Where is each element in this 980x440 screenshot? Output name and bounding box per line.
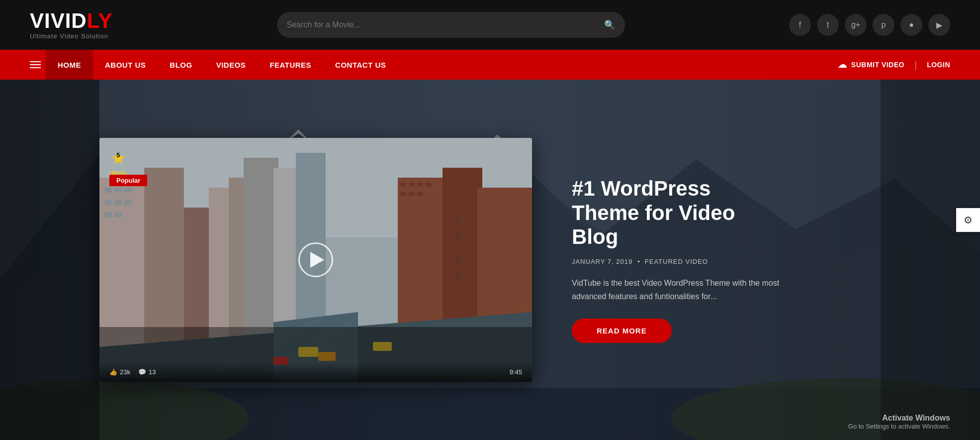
comments-stat: 💬 13 — [138, 368, 156, 376]
hamburger-menu[interactable] — [30, 61, 41, 68]
login-button[interactable]: LOGIN — [927, 61, 950, 69]
cloud-upload-icon: ☁ — [838, 59, 847, 70]
article-info: #1 WordPress Theme for Video Blog JANUAR… — [572, 177, 781, 342]
like-icon: 👍 — [109, 368, 117, 376]
popular-badge: Popular — [109, 175, 147, 186]
imdb-rating: 5 — [117, 152, 120, 159]
submit-video-label: SUBMIT VIDEO — [851, 61, 904, 69]
nav-item-contact[interactable]: CONTACT US — [323, 50, 398, 80]
gear-icon: ⚙ — [964, 214, 973, 226]
nav-bar: HOME ABOUT US BLOG VIDEOS FEATURES CONTA… — [0, 50, 980, 80]
nav-item-blog[interactable]: BLOG — [158, 50, 204, 80]
nav-link-blog[interactable]: BLOG — [158, 50, 204, 80]
instagram-icon[interactable]: ● — [900, 14, 922, 36]
facebook-icon[interactable]: f — [789, 14, 811, 36]
google-plus-icon[interactable]: g+ — [845, 14, 867, 36]
activate-windows-subtitle: Go to Settings to activate Windows. — [848, 423, 950, 430]
likes-stat: 👍 23k — [109, 368, 130, 376]
nav-divider: | — [914, 59, 917, 71]
nav-link-features[interactable]: FEATURES — [258, 50, 323, 80]
hero-section: ★ 5 IMDb Popular 👍 23k 💬 — [0, 80, 980, 440]
imdb-badge: ★ 5 IMDb — [109, 148, 127, 177]
read-more-button[interactable]: READ MORE — [572, 319, 672, 343]
play-triangle-icon — [310, 252, 324, 268]
play-button[interactable] — [298, 242, 333, 277]
article-title: #1 WordPress Theme for Video Blog — [572, 177, 781, 249]
youtube-icon[interactable]: ▶ — [928, 14, 950, 36]
nav-item-home[interactable]: HOME — [46, 50, 93, 80]
submit-video-button[interactable]: ☁ SUBMIT VIDEO — [838, 59, 904, 70]
nav-item-about[interactable]: ABOUT US — [93, 50, 158, 80]
article-meta: JANUARY 7, 2019 • FEATURED VIDEO — [572, 258, 781, 265]
logo-tagline: Ultimate Video Solution — [30, 32, 113, 40]
video-duration: 9:45 — [510, 368, 522, 376]
article-date: JANUARY 7, 2019 — [572, 258, 632, 265]
nav-link-contact[interactable]: CONTACT US — [323, 50, 398, 80]
nav-item-videos[interactable]: VIDEOS — [204, 50, 258, 80]
nav-link-home[interactable]: HOME — [46, 50, 93, 80]
article-tag: FEATURED VIDEO — [645, 258, 708, 265]
logo-ly: LY — [87, 9, 113, 32]
activate-windows-title: Activate Windows — [848, 414, 950, 423]
nav-link-about[interactable]: ABOUT US — [93, 50, 158, 80]
twitter-icon[interactable]: t — [817, 14, 839, 36]
article-description: VidTube is the best Video WordPress Them… — [572, 276, 781, 303]
nav-items: HOME ABOUT US BLOG VIDEOS FEATURES CONTA… — [46, 50, 398, 80]
nav-right: ☁ SUBMIT VIDEO | LOGIN — [838, 59, 950, 71]
likes-count: 23k — [120, 368, 130, 376]
comments-count: 13 — [149, 368, 156, 376]
meta-separator: • — [637, 258, 640, 265]
video-card[interactable]: ★ 5 IMDb Popular 👍 23k 💬 — [99, 138, 532, 382]
video-stats: 👍 23k 💬 13 — [109, 368, 156, 376]
search-button[interactable]: 🔍 — [604, 19, 615, 30]
nav-link-videos[interactable]: VIDEOS — [204, 50, 258, 80]
comment-icon: 💬 — [138, 368, 146, 376]
pinterest-icon[interactable]: p — [873, 14, 894, 36]
social-icons: f t g+ p ● ▶ — [789, 14, 950, 36]
activate-windows-notice: Activate Windows Go to Settings to activ… — [848, 414, 950, 430]
nav-item-features[interactable]: FEATURES — [258, 50, 323, 80]
search-input[interactable] — [287, 20, 604, 29]
top-bar: VIVIDLY Ultimate Video Solution 🔍 f t g+… — [0, 0, 980, 50]
video-footer: 👍 23k 💬 13 9:45 — [99, 362, 532, 382]
hero-content: ★ 5 IMDb Popular 👍 23k 💬 — [0, 138, 980, 382]
search-bar: 🔍 — [277, 12, 625, 38]
settings-panel[interactable]: ⚙ — [956, 208, 980, 232]
logo[interactable]: VIVIDLY Ultimate Video Solution — [30, 10, 113, 40]
logo-vivid: VIVID — [30, 9, 87, 32]
